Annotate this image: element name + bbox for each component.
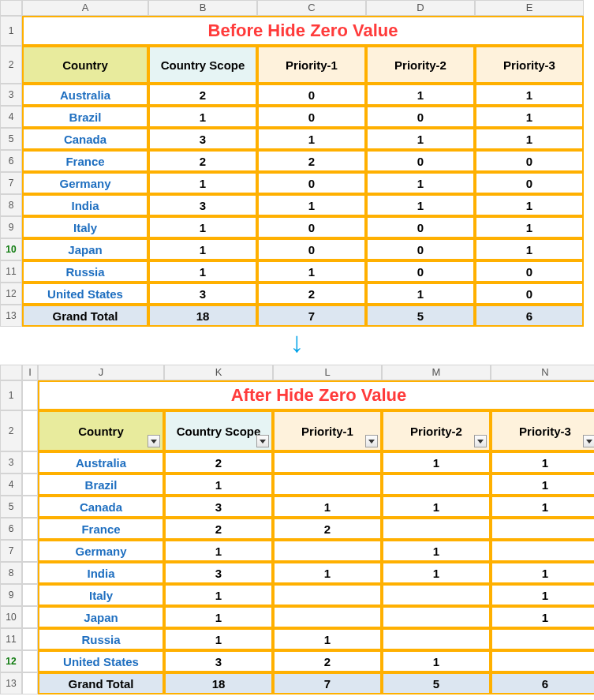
col-header-E[interactable]: E: [475, 0, 584, 16]
row-header-5[interactable]: 5: [0, 128, 22, 150]
data-cell[interactable]: 1: [491, 562, 594, 584]
data-cell[interactable]: 3: [164, 650, 273, 672]
data-cell[interactable]: 1: [491, 451, 594, 474]
country-cell[interactable]: Canada: [38, 496, 164, 518]
data-cell[interactable]: 1: [366, 172, 475, 194]
country-cell[interactable]: Brazil: [38, 474, 164, 496]
row-header-1[interactable]: 1: [0, 16, 22, 46]
data-cell[interactable]: [382, 606, 491, 628]
grand-total-cell[interactable]: 6: [475, 305, 584, 327]
data-cell[interactable]: [273, 540, 382, 562]
blank-cell[interactable]: [22, 562, 38, 584]
data-cell[interactable]: [273, 451, 382, 474]
data-cell[interactable]: 0: [257, 84, 366, 106]
title-after[interactable]: After Hide Zero Value: [38, 380, 594, 410]
country-cell[interactable]: Canada: [22, 128, 148, 150]
grand-total-cell[interactable]: 18: [164, 672, 273, 694]
data-cell[interactable]: 1: [366, 283, 475, 305]
data-cell[interactable]: 2: [273, 518, 382, 540]
data-cell[interactable]: 1: [382, 650, 491, 672]
blank-cell[interactable]: [22, 540, 38, 562]
header-scope[interactable]: Country Scope: [148, 46, 257, 84]
grand-total-cell[interactable]: 18: [148, 305, 257, 327]
country-cell[interactable]: United States: [38, 650, 164, 672]
blank-cell[interactable]: [22, 496, 38, 518]
data-cell[interactable]: 0: [475, 150, 584, 172]
country-cell[interactable]: Italy: [38, 584, 164, 606]
data-cell[interactable]: 2: [164, 451, 273, 474]
country-cell[interactable]: Brazil: [22, 106, 148, 128]
data-cell[interactable]: 2: [257, 150, 366, 172]
data-cell[interactable]: 1: [164, 474, 273, 496]
row-header-4[interactable]: 4: [0, 474, 22, 496]
data-cell[interactable]: 1: [475, 84, 584, 106]
blank-cell[interactable]: [22, 606, 38, 628]
blank-cell[interactable]: [22, 474, 38, 496]
row-header-8[interactable]: 8: [0, 562, 22, 584]
row-header-11[interactable]: 11: [0, 260, 22, 283]
country-cell[interactable]: India: [38, 562, 164, 584]
header-p1[interactable]: Priority-1: [257, 46, 366, 84]
country-cell[interactable]: France: [38, 518, 164, 540]
country-cell[interactable]: Australia: [22, 84, 148, 106]
header-scope[interactable]: Country Scope: [164, 410, 273, 451]
data-cell[interactable]: 1: [148, 216, 257, 238]
header-country[interactable]: Country: [38, 410, 164, 451]
data-cell[interactable]: 0: [366, 260, 475, 283]
data-cell[interactable]: 1: [257, 260, 366, 283]
blank-cell[interactable]: [22, 672, 38, 694]
blank-cell[interactable]: [22, 518, 38, 540]
data-cell[interactable]: 0: [475, 283, 584, 305]
row-header-5[interactable]: 5: [0, 496, 22, 518]
blank-cell[interactable]: [22, 584, 38, 606]
country-cell[interactable]: Australia: [38, 451, 164, 474]
country-cell[interactable]: India: [22, 194, 148, 216]
data-cell[interactable]: 3: [148, 128, 257, 150]
col-header-B[interactable]: B: [148, 0, 257, 16]
row-header-3[interactable]: 3: [0, 451, 22, 474]
data-cell[interactable]: 1: [475, 128, 584, 150]
data-cell[interactable]: 1: [148, 260, 257, 283]
data-cell[interactable]: 1: [382, 540, 491, 562]
header-p3[interactable]: Priority-3: [491, 410, 594, 451]
data-cell[interactable]: 1: [148, 172, 257, 194]
country-cell[interactable]: France: [22, 150, 148, 172]
data-cell[interactable]: 1: [164, 584, 273, 606]
country-cell[interactable]: Japan: [38, 606, 164, 628]
data-cell[interactable]: [273, 606, 382, 628]
data-cell[interactable]: 1: [273, 562, 382, 584]
row-header-11[interactable]: 11: [0, 628, 22, 650]
data-cell[interactable]: 1: [366, 194, 475, 216]
grand-total-cell[interactable]: 5: [366, 305, 475, 327]
col-header-N[interactable]: N: [491, 365, 594, 380]
data-cell[interactable]: 0: [366, 238, 475, 260]
row-header-2[interactable]: 2: [0, 410, 22, 451]
data-cell[interactable]: 1: [475, 106, 584, 128]
data-cell[interactable]: 0: [257, 216, 366, 238]
data-cell[interactable]: 1: [491, 496, 594, 518]
data-cell[interactable]: 1: [148, 238, 257, 260]
data-cell[interactable]: 0: [257, 238, 366, 260]
row-header-10[interactable]: 10: [0, 606, 22, 628]
country-cell[interactable]: Italy: [22, 216, 148, 238]
row-header-7[interactable]: 7: [0, 540, 22, 562]
data-cell[interactable]: [273, 584, 382, 606]
data-cell[interactable]: 0: [366, 216, 475, 238]
data-cell[interactable]: 1: [273, 628, 382, 650]
header-p2[interactable]: Priority-2: [366, 46, 475, 84]
header-p1[interactable]: Priority-1: [273, 410, 382, 451]
col-header-C[interactable]: C: [257, 0, 366, 16]
data-cell[interactable]: 1: [366, 84, 475, 106]
blank-cell[interactable]: [22, 650, 38, 672]
row-header-3[interactable]: 3: [0, 84, 22, 106]
row-header-9[interactable]: 9: [0, 216, 22, 238]
col-header-I[interactable]: I: [22, 365, 38, 380]
country-cell[interactable]: Japan: [22, 238, 148, 260]
data-cell[interactable]: [491, 518, 594, 540]
row-header-12[interactable]: 12: [0, 650, 22, 672]
data-cell[interactable]: 0: [257, 106, 366, 128]
data-cell[interactable]: [491, 628, 594, 650]
header-country[interactable]: Country: [22, 46, 148, 84]
data-cell[interactable]: 1: [148, 106, 257, 128]
data-cell[interactable]: [273, 474, 382, 496]
